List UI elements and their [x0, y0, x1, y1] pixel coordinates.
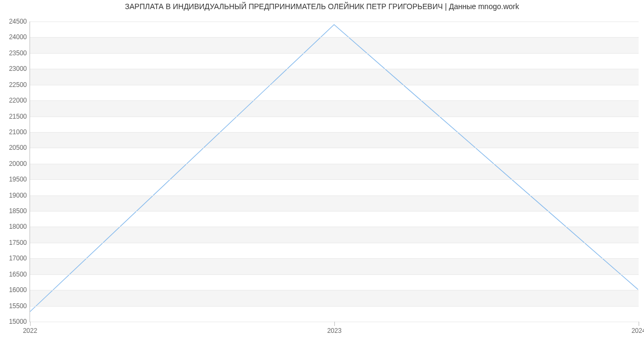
chart-title: ЗАРПЛАТА В ИНДИВИДУАЛЬНЫЙ ПРЕДПРИНИМАТЕЛ… [0, 2, 644, 11]
y-tick-label: 21000 [9, 128, 30, 136]
y-gridline [30, 53, 639, 54]
y-gridline [30, 69, 639, 69]
line-series-layer [30, 21, 639, 322]
y-gridline [30, 258, 639, 259]
y-tick-label: 17000 [9, 255, 30, 262]
y-tick-label: 16000 [9, 286, 30, 294]
y-tick-label: 20500 [9, 144, 30, 151]
y-gridline [30, 306, 639, 307]
y-tick-label: 19000 [9, 192, 30, 199]
x-tick [639, 322, 639, 326]
x-tick-label: 2022 [23, 327, 38, 335]
y-tick-label: 18500 [9, 207, 30, 215]
series-line [30, 25, 638, 312]
y-tick-label: 22500 [9, 81, 30, 89]
y-gridline [30, 227, 639, 227]
y-tick-label: 15500 [9, 302, 30, 310]
y-gridline [30, 117, 639, 117]
chart-container: ЗАРПЛАТА В ИНДИВИДУАЛЬНЫЙ ПРЕДПРИНИМАТЕЛ… [0, 0, 644, 349]
y-tick-label: 24500 [9, 18, 30, 25]
y-tick-label: 23500 [9, 49, 30, 57]
y-gridline [30, 179, 639, 180]
y-tick-label: 22000 [9, 97, 30, 104]
x-tick-label: 2024 [632, 327, 644, 335]
y-gridline [30, 195, 639, 196]
y-tick-label: 20000 [9, 160, 30, 168]
y-tick-label: 15000 [9, 318, 30, 325]
y-gridline [30, 37, 639, 38]
y-gridline [30, 100, 639, 101]
y-gridline [30, 148, 639, 148]
x-tick [30, 322, 31, 326]
y-gridline [30, 85, 639, 85]
y-tick-label: 23000 [9, 65, 30, 72]
y-tick-label: 18000 [9, 223, 30, 230]
y-gridline [30, 290, 639, 290]
y-tick-label: 17500 [9, 239, 30, 246]
y-tick-label: 21500 [9, 113, 30, 120]
y-gridline [30, 164, 639, 164]
plot-area: 1500015500160001650017000175001800018500… [30, 21, 639, 322]
y-gridline [30, 211, 639, 212]
y-gridline [30, 243, 639, 243]
x-tick [334, 322, 335, 326]
x-tick-label: 2023 [327, 327, 342, 335]
y-tick-label: 19500 [9, 176, 30, 183]
y-gridline [30, 21, 639, 22]
y-gridline [30, 132, 639, 133]
y-tick-label: 16500 [9, 271, 30, 278]
y-gridline [30, 274, 639, 275]
y-tick-label: 24000 [9, 33, 30, 41]
